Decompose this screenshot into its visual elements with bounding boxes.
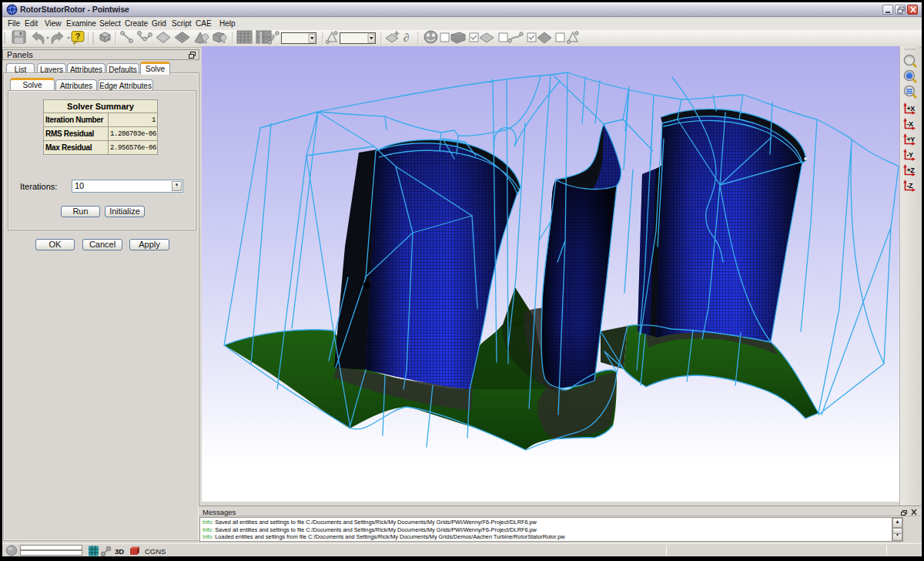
svg-text:+Z: +Z: [907, 166, 916, 174]
svg-text:3D: 3D: [115, 547, 124, 556]
svg-text:?: ?: [75, 32, 81, 41]
svg-text:-X: -X: [907, 120, 913, 128]
svg-text:+Y: +Y: [907, 136, 916, 143]
svg-text:∂: ∂: [403, 32, 409, 44]
svg-text:-Z: -Z: [907, 182, 913, 190]
svg-text:+X: +X: [907, 105, 916, 113]
svg-text:CGNS: CGNS: [145, 547, 166, 556]
svg-text:-Y: -Y: [907, 151, 913, 159]
